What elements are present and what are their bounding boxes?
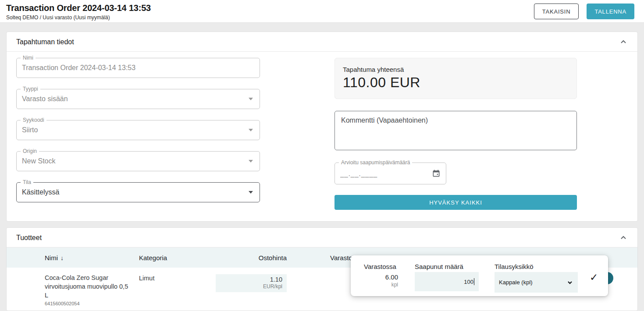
dropdown-arrow-icon	[249, 98, 253, 100]
product-category: Limut	[138, 273, 215, 282]
dropdown-arrow-icon	[249, 191, 253, 194]
status-label: Tila	[21, 179, 33, 185]
collapse-chevron-up-icon[interactable]	[620, 234, 627, 241]
page-title: Transaction Order 2024-03-14 13:53	[6, 3, 151, 13]
row-editor-popup: Varastossa 6.00 kpl Saapunut määrä Tilau…	[351, 255, 608, 296]
received-amount-input-wrap	[415, 272, 479, 291]
product-ean: 6415600502054	[45, 301, 137, 306]
products-header[interactable]: Tuotteet	[7, 228, 637, 247]
chevron-down-icon	[567, 280, 573, 285]
purchase-price-cell: 1.10 EUR/kpl	[215, 273, 288, 292]
reason-code-label: Syykoodi	[21, 117, 46, 123]
back-button[interactable]: TAKAISIN	[534, 4, 579, 19]
popup-in-stock-unit: kpl	[364, 282, 398, 288]
popup-order-unit-label: Tilausyksikkö	[495, 263, 578, 270]
name-field-label: Nimi	[21, 55, 36, 61]
text-cursor	[474, 278, 474, 285]
column-header-ostohinta[interactable]: Ostohinta	[215, 254, 288, 262]
type-select-value: Varasto sisään	[22, 95, 249, 103]
order-unit-select[interactable]: Kappale (kpl)	[495, 272, 578, 293]
status-select[interactable]: Tila Käsittelyssä	[16, 182, 260, 202]
section-title: Tuotteet	[16, 234, 42, 242]
breadcrumb: Solteq DEMO / Uusi varasto (Uusi myymälä…	[6, 14, 151, 21]
status-value: Käsittelyssä	[22, 188, 249, 196]
transaction-total-card: Tapahtuma yhteensä 110.00 EUR	[334, 58, 577, 99]
top-bar: Transaction Order 2024-03-14 13:53 Solte…	[0, 0, 644, 23]
purchase-price-unit: EUR/kpl	[220, 283, 282, 290]
purchase-price: 1.10	[220, 276, 282, 283]
column-header-kategoria[interactable]: Kategoria	[138, 254, 215, 262]
transaction-total-label: Tapahtuma yhteensä	[343, 66, 569, 73]
save-button[interactable]: TALLENNA	[587, 4, 634, 19]
popup-in-stock-value: 6.00	[364, 273, 398, 281]
eta-date-input[interactable]	[340, 170, 432, 177]
name-field[interactable]: Nimi	[16, 58, 260, 78]
popup-received-label: Saapunut määrä	[415, 263, 479, 270]
eta-date-label: Arvioitu saapumispäivämäärä	[339, 159, 412, 166]
popup-order-unit-group: Tilausyksikkö Kappale (kpl)	[495, 263, 578, 293]
approve-all-button[interactable]: HYVÄKSY KAIKKI	[334, 195, 577, 210]
calendar-icon[interactable]	[432, 169, 441, 178]
order-unit-value: Kappale (kpl)	[499, 279, 533, 286]
collapse-chevron-up-icon[interactable]	[620, 39, 627, 46]
comment-input[interactable]	[334, 111, 577, 150]
column-header-nimi[interactable]: Nimi↓	[44, 254, 138, 262]
popup-in-stock-group: Varastossa 6.00 kpl	[364, 263, 398, 288]
reason-code-value: Siirto	[22, 126, 249, 134]
type-select[interactable]: Tyyppi Varasto sisään	[16, 89, 260, 109]
origin-select[interactable]: Origin New Stock	[16, 151, 260, 171]
received-amount-input[interactable]	[415, 279, 473, 285]
dropdown-arrow-icon	[249, 129, 253, 131]
transaction-details-header[interactable]: Tapahtuman tiedot	[7, 32, 637, 52]
type-select-label: Tyyppi	[21, 86, 40, 92]
origin-value: New Stock	[22, 157, 249, 165]
eta-date-field[interactable]: Arvioitu saapumispäivämäärä	[334, 163, 446, 184]
product-name-cell: Coca-Cola Zero Sugar virvoitusjuoma muov…	[44, 273, 138, 306]
transaction-total-value: 110.00 EUR	[343, 74, 569, 91]
reason-code-select[interactable]: Syykoodi Siirto	[16, 120, 260, 140]
dropdown-arrow-icon	[249, 160, 253, 163]
section-title: Tapahtuman tiedot	[16, 38, 74, 46]
popup-in-stock-label: Varastossa	[364, 263, 398, 270]
product-name: Coca-Cola Zero Sugar virvoitusjuoma muov…	[45, 273, 132, 300]
confirm-check-button[interactable]: ✓	[590, 272, 598, 283]
origin-label: Origin	[21, 148, 39, 154]
transaction-details-section: Tapahtuman tiedot Nimi Tyyppi Varasto si…	[6, 32, 638, 222]
name-input[interactable]	[22, 64, 254, 72]
sort-descending-icon[interactable]: ↓	[60, 254, 64, 262]
popup-received-group: Saapunut määrä	[415, 263, 479, 291]
